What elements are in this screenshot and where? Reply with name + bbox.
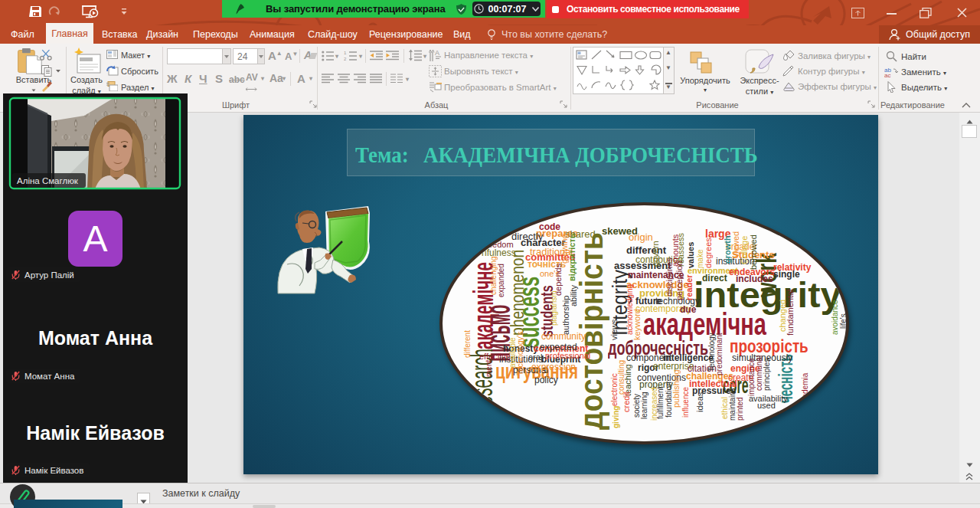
svg-text:1: 1 bbox=[344, 51, 347, 55]
svg-text:ac: ac bbox=[884, 72, 890, 77]
svg-text:Аліна Смаглюк: Аліна Смаглюк bbox=[17, 176, 79, 185]
svg-text:A: A bbox=[435, 49, 439, 57]
svg-text:2: 2 bbox=[344, 57, 347, 61]
